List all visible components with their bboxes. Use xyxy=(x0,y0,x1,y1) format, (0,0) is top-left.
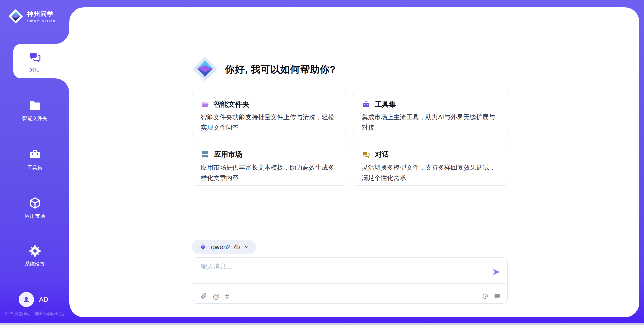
card-app-market[interactable]: 应用市场 应用市场提供丰富长文本模板，助力高效生成多样化文章内容 xyxy=(192,143,347,186)
history-icon[interactable] xyxy=(482,292,489,300)
brand-name: 神州问学 xyxy=(27,10,56,18)
brand-diamond-icon xyxy=(8,9,23,24)
attachment-icon[interactable] xyxy=(200,292,207,300)
sidebar-item-toolset[interactable]: 工具集 xyxy=(0,148,69,171)
card-smart-folder[interactable]: 智能文件夹 智能文件夹功能支持批量文件上传与清洗，轻松实现文件问答 xyxy=(192,93,347,135)
active-nav-fillet-top xyxy=(55,29,69,44)
brand-subtitle: Smart Vision xyxy=(27,19,56,23)
card-description: 集成市场上主流工具，助力AI与外界无缝扩展与对接 xyxy=(362,112,499,133)
topic-icon[interactable]: # xyxy=(225,292,229,300)
composer-right-tools xyxy=(482,292,501,300)
folder-open-icon xyxy=(201,100,209,109)
send-icon xyxy=(492,268,501,276)
main-panel: 你好, 我可以如何帮助你? 智能文件夹 智能文件夹功能支持批量文件上传与清洗，轻… xyxy=(69,7,639,317)
user-name: AD xyxy=(39,292,48,307)
message-input[interactable] xyxy=(201,263,479,270)
mention-icon[interactable]: @ xyxy=(213,292,220,300)
chevron-down-icon xyxy=(244,244,249,250)
hero-diamond-icon xyxy=(192,56,218,82)
send-button[interactable] xyxy=(492,268,501,276)
greeting-title: 你好, 我可以如何帮助你? xyxy=(225,63,336,76)
card-title: 工具集 xyxy=(375,100,396,109)
card-description: 灵活切换多模型文件，支持多样回复效果调试，满足个性化需求 xyxy=(362,162,499,183)
sidebar-item-settings[interactable]: 系统设置 xyxy=(0,244,69,267)
user-avatar[interactable] xyxy=(19,292,34,307)
app-grid-icon xyxy=(201,150,209,159)
card-description: 应用市场提供丰富长文本模板，助力高效生成多样化文章内容 xyxy=(201,162,338,183)
feedback-message-icon[interactable] xyxy=(494,292,501,300)
card-description: 智能文件夹功能支持批量文件上传与清洗，轻松实现文件问答 xyxy=(201,112,338,133)
sidebar: 神州问学 Smart Vision 对话 智能文件夹 xyxy=(0,0,69,325)
chat-bubbles-icon xyxy=(28,59,42,65)
active-nav-fillet-bottom xyxy=(55,78,69,93)
model-diamond-icon xyxy=(199,243,207,251)
card-title: 智能文件夹 xyxy=(214,100,249,109)
card-chat[interactable]: 对话 灵活切换多模型文件，支持多样回复效果调试，满足个性化需求 xyxy=(353,143,508,186)
sidebar-item-app-market[interactable]: 应用市场 xyxy=(0,196,69,219)
sidebar-item-smart-folder[interactable]: 智能文件夹 xyxy=(0,99,69,122)
feature-cards: 智能文件夹 智能文件夹功能支持批量文件上传与清洗，轻松实现文件问答 工具集 集成… xyxy=(192,93,508,186)
model-name: qwen2:7b xyxy=(211,243,240,251)
person-icon xyxy=(22,295,31,304)
toolbox-icon xyxy=(28,156,42,162)
folder-icon xyxy=(28,107,42,113)
composer-left-tools: @ # xyxy=(200,292,229,300)
card-title: 对话 xyxy=(375,150,389,159)
sidebar-item-label: 智能文件夹 xyxy=(0,115,69,122)
gear-icon xyxy=(28,253,42,259)
chat-bubbles-icon xyxy=(362,150,370,159)
card-toolset[interactable]: 工具集 集成市场上主流工具，助力AI与外界无缝扩展与对接 xyxy=(353,93,508,135)
model-selector[interactable]: qwen2:7b xyxy=(192,240,256,254)
sidebar-item-label: 系统设置 xyxy=(0,261,69,267)
sidebar-item-label: 应用市场 xyxy=(0,213,69,219)
cube-icon xyxy=(28,205,42,211)
brand-logo: 神州问学 Smart Vision xyxy=(8,9,56,24)
card-title: 应用市场 xyxy=(214,150,242,159)
copyright-footer: ©神州数码 · 神州问学出品 xyxy=(5,311,64,317)
sidebar-item-label: 对话 xyxy=(0,67,69,73)
toolbox-icon xyxy=(362,100,370,109)
sidebar-item-chat[interactable]: 对话 xyxy=(0,50,69,73)
message-composer: @ # xyxy=(192,257,508,304)
bottom-edge-strip xyxy=(0,323,644,325)
sidebar-item-label: 工具集 xyxy=(0,165,69,171)
composer-divider xyxy=(192,283,507,284)
